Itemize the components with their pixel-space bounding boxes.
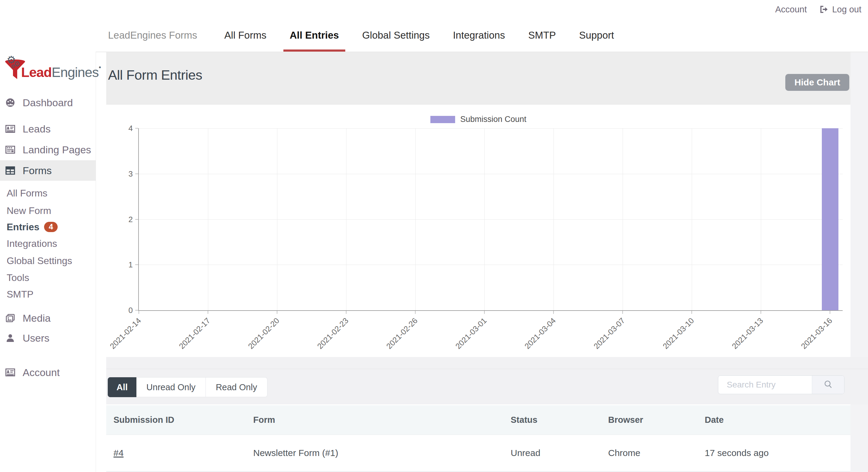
x-axis-tick-label: 2021-03-10 [661, 316, 696, 351]
dashboard-icon [5, 97, 16, 108]
x-axis-tick-label: 2021-03-16 [799, 316, 834, 351]
sidebar-item-smtp[interactable]: SMTP [0, 287, 96, 302]
sidebar-item-label: Tools [7, 272, 29, 283]
sidebar: ⚙ ⚙ ⚙ LeadEngines● DashboardLeadsLanding… [0, 19, 96, 472]
sidebar-item-forms[interactable]: Forms [0, 160, 96, 181]
entry-filter-group: AllUnread OnlyRead Only [108, 377, 268, 397]
forms-icon [5, 165, 16, 176]
sidebar-item-leads[interactable]: Leads [0, 119, 96, 139]
sidebar-item-label: Forms [23, 165, 52, 177]
page-title: All Form Entries [108, 67, 202, 83]
sidebar-item-new-form[interactable]: New Form [0, 203, 96, 218]
cell-date: 17 seconds ago [698, 435, 850, 472]
x-axis-tick-label: 2021-02-17 [177, 316, 212, 351]
filter-read-only[interactable]: Read Only [206, 377, 268, 397]
cell-form: Newsletter Form (#1) [246, 435, 503, 472]
sidebar-item-label: Global Settings [7, 255, 72, 266]
cell-submission-id: #4 [106, 435, 246, 472]
sidebar-item-label: All Forms [7, 188, 48, 199]
tab-all-entries[interactable]: All Entries [283, 19, 345, 52]
tab-global-settings[interactable]: Global Settings [356, 19, 436, 52]
logout-icon [819, 4, 829, 14]
x-axis-tick-label: 2021-03-13 [730, 316, 765, 351]
nav-brand-label: LeadEngines Forms [108, 19, 197, 52]
search-input[interactable] [718, 376, 812, 394]
id-card-icon [5, 367, 16, 378]
plugin-nav-bar: LeadEngines Forms All FormsAll EntriesGl… [96, 19, 868, 52]
y-axis-tick-label: 4 [114, 124, 133, 133]
y-axis-tick-label: 1 [114, 260, 133, 270]
x-axis-tick-label: 2021-03-07 [592, 316, 627, 351]
cell-status: Unread [503, 435, 601, 472]
page-header-panel: All Form Entries Hide Chart [106, 52, 850, 105]
column-header-date: Date [698, 405, 850, 435]
sidebar-item-label: Entries [7, 222, 39, 233]
sidebar-item-landing-pages[interactable]: Landing Pages [0, 139, 96, 160]
id-card-icon [5, 124, 16, 134]
sidebar-item-users[interactable]: Users [0, 328, 96, 348]
hide-chart-button[interactable]: Hide Chart [785, 74, 849, 91]
x-axis-tick-label: 2021-03-04 [523, 316, 558, 351]
legend-swatch [430, 116, 455, 123]
legend-label: Submission Count [460, 115, 526, 124]
column-header-status: Status [503, 405, 601, 435]
table-row: #4Newsletter Form (#1)UnreadChrome17 sec… [106, 435, 850, 472]
sidebar-item-label: Leads [23, 123, 51, 135]
sidebar-item-label: New Form [7, 205, 51, 216]
account-link-label: Account [775, 4, 807, 14]
sidebar-item-label: Users [23, 332, 50, 344]
sidebar-item-label: Account [23, 367, 60, 378]
sidebar-item-account[interactable]: Account [0, 362, 96, 383]
search-button[interactable] [812, 376, 844, 394]
sidebar-item-label: Landing Pages [23, 144, 91, 156]
media-icon [5, 313, 16, 323]
column-header-submission-id: Submission ID [106, 405, 246, 435]
sidebar-item-label: Media [23, 312, 51, 324]
sidebar-item-label: SMTP [7, 289, 33, 300]
sidebar-item-integrations[interactable]: Integrations [0, 236, 96, 251]
top-bar: Account Log out [0, 0, 868, 19]
entries-table-header-row: Submission IDFormStatusBrowserDate [106, 405, 850, 435]
sidebar-item-tools[interactable]: Tools [0, 271, 96, 285]
leadengines-logo: ⚙ ⚙ ⚙ LeadEngines● [4, 55, 92, 82]
column-header-form: Form [246, 405, 503, 435]
svg-text:⚙: ⚙ [11, 64, 16, 69]
logout-link[interactable]: Log out [819, 4, 861, 14]
landing-pages-icon [5, 145, 16, 155]
chart-legend: Submission Count [106, 115, 850, 124]
submissions-chart-card: Submission Count 432102021-02-142021-02-… [106, 105, 850, 357]
sidebar-item-label: Integrations [7, 238, 57, 249]
sidebar-item-global-settings[interactable]: Global Settings [0, 253, 96, 268]
x-axis-tick-label: 2021-03-01 [454, 316, 489, 351]
tab-all-forms[interactable]: All Forms [218, 19, 273, 52]
logout-link-label: Log out [832, 4, 861, 14]
column-header-browser: Browser [601, 405, 698, 435]
y-axis-tick-label: 3 [114, 169, 133, 179]
entry-search [718, 375, 844, 394]
submission-id-link[interactable]: #4 [114, 448, 123, 458]
x-axis-tick-label: 2021-02-14 [108, 316, 143, 351]
y-axis-tick-label: 2 [114, 215, 133, 224]
logo-wordmark: LeadEngines● [21, 65, 101, 80]
cell-browser: Chrome [601, 435, 698, 472]
filter-unread-only[interactable]: Unread Only [136, 377, 206, 397]
entries-count-badge: 4 [44, 222, 57, 232]
page-background-strip [850, 52, 868, 472]
bar-2021-03-16 [822, 128, 838, 310]
account-link[interactable]: Account [775, 4, 807, 14]
x-axis-tick-label: 2021-02-26 [384, 316, 420, 351]
sidebar-item-label: Dashboard [23, 97, 73, 108]
tab-support[interactable]: Support [573, 19, 621, 52]
sidebar-item-dashboard[interactable]: Dashboard [0, 92, 96, 113]
bar-chart-plot-area [138, 128, 843, 311]
entries-table: Submission IDFormStatusBrowserDate #4New… [106, 405, 850, 472]
user-icon [5, 333, 16, 343]
tab-integrations[interactable]: Integrations [447, 19, 511, 52]
sidebar-item-media[interactable]: Media [0, 308, 96, 328]
app-window: Account Log out ⚙ ⚙ ⚙ LeadEngines● Dash [0, 0, 868, 472]
y-axis-tick-label: 0 [114, 306, 133, 315]
tab-smtp[interactable]: SMTP [522, 19, 562, 52]
filter-all[interactable]: All [108, 377, 136, 397]
sidebar-item-entries[interactable]: Entries4 [0, 220, 96, 234]
sidebar-item-all-forms[interactable]: All Forms [0, 186, 96, 200]
